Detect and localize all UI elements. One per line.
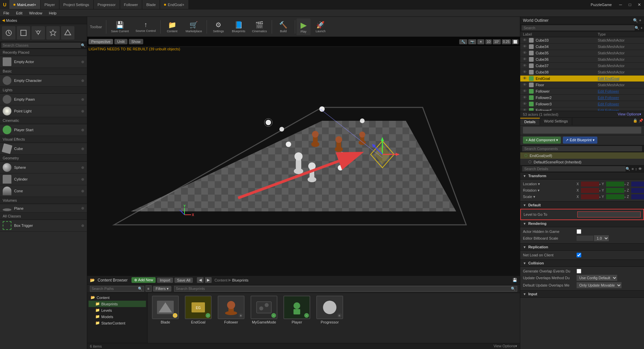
loc-x-arrow[interactable]: ▸ <box>599 183 601 186</box>
asset-endgoal[interactable]: EG ✓ EndGoal <box>183 296 213 324</box>
add-new-button[interactable]: ⊕ Add New <box>131 277 156 283</box>
save-icon-button[interactable]: 💾 <box>513 278 517 282</box>
place-basic[interactable] <box>17 26 30 40</box>
tab-mainlevel[interactable]: MainLevel+ <box>9 0 41 9</box>
outliner-options-button[interactable]: + <box>641 26 643 30</box>
import-button[interactable]: Import <box>157 278 173 283</box>
rot-y-input[interactable]: 0.0° <box>606 188 624 193</box>
save-all-button[interactable]: Save All <box>174 278 193 283</box>
tree-models[interactable]: 📁 Models <box>89 313 146 320</box>
rot-x-input[interactable]: 0.0° <box>581 188 599 193</box>
outliner-row-follower4[interactable]: 👁 Follower4 Edit Follower <box>520 107 644 111</box>
menu-edit[interactable]: Edit <box>13 9 26 16</box>
rot-z-input[interactable]: 0.0° <box>631 188 644 193</box>
snap-scale-input[interactable]: 0.25 <box>502 39 511 44</box>
details-list-view[interactable]: ≡ <box>632 167 634 171</box>
tab-project-settings[interactable]: Project Settings <box>59 0 94 9</box>
viewport-maximize[interactable]: ⬜ <box>512 39 519 44</box>
component-default-scene-root[interactable]: ⬡ DefaultSceneRoot (Inherited) <box>520 159 644 165</box>
item-point-light[interactable]: Point Light ⊕ <box>0 105 87 117</box>
billboard-scale-dropdown[interactable]: 1.0 <box>594 235 609 241</box>
category-recently-placed[interactable]: Recently Placed <box>0 49 87 56</box>
content-button[interactable]: 📁 Content <box>162 19 182 34</box>
add-component-button[interactable]: + Add Component ▾ <box>523 137 561 144</box>
close-button[interactable]: ✕ <box>635 0 644 9</box>
input-section-header[interactable]: ▼ Input <box>520 291 644 298</box>
net-load-checkbox[interactable] <box>577 253 581 257</box>
asset-progressor[interactable]: B Progressor <box>315 296 345 324</box>
item-player-start[interactable]: Player Start ⊕ <box>0 124 87 136</box>
tab-progressor[interactable]: Progressor <box>94 0 120 9</box>
item-cylinder[interactable]: Cylinder ⊕ <box>0 173 87 185</box>
loc-y-input[interactable]: 300.0 <box>606 182 624 187</box>
loc-y-arrow[interactable]: ▸ <box>625 183 626 186</box>
item-plane[interactable]: Plane ⊕ <box>0 204 87 213</box>
outliner-row-cube34[interactable]: 👁 Cube34 StaticMeshActor <box>520 44 644 50</box>
outliner-row-cube38[interactable]: 👁 Cube38 StaticMeshActor <box>520 69 644 76</box>
details-tab-world-settings[interactable]: World Settings <box>540 118 572 125</box>
category-cinematic[interactable]: Cinematic <box>0 117 87 124</box>
level-to-go-input[interactable]: None <box>577 211 641 217</box>
tree-toggle-button[interactable]: ≡ <box>146 286 152 292</box>
asset-player[interactable]: + Player <box>282 296 312 324</box>
item-cube[interactable]: Cube ⊕ <box>0 143 87 155</box>
asset-mygamemode[interactable]: + MyGameMode <box>249 296 279 324</box>
filters-button[interactable]: Filters ▾ <box>153 286 171 292</box>
tree-content[interactable]: 📂 Content <box>89 294 146 301</box>
lit-mode-button[interactable]: Unlit <box>114 39 127 44</box>
default-section-header[interactable]: ▼ Default <box>520 202 644 209</box>
outliner-row-cube35[interactable]: 👁 Cube35 StaticMeshActor <box>520 50 644 56</box>
blueprints-button[interactable]: 📘 Blueprints <box>228 19 249 34</box>
outliner-add-button[interactable]: + <box>639 18 641 23</box>
search-blueprints-input[interactable] <box>176 287 511 291</box>
show-button[interactable]: Show <box>129 39 144 44</box>
actor-hidden-checkbox[interactable] <box>577 229 581 234</box>
scale-y-input[interactable]: 1.0 <box>606 194 624 199</box>
rot-y-arrow[interactable]: ▸ <box>625 189 626 192</box>
maximize-button[interactable]: □ <box>625 0 635 9</box>
update-overlaps-select[interactable]: Use Config Default <box>577 275 617 281</box>
menu-window[interactable]: Window <box>26 9 46 16</box>
settings-button[interactable]: ⚙ Settings <box>208 19 228 34</box>
build-button[interactable]: 🔨 Build <box>273 19 293 34</box>
outliner-row-cube36[interactable]: 👁 Cube36 StaticMeshActor <box>520 56 644 63</box>
search-details-input[interactable] <box>522 166 626 171</box>
launch-button[interactable]: 🚀 Launch <box>311 19 331 34</box>
collision-section-header[interactable]: ▼ Collision <box>520 260 644 267</box>
outliner-row-follower3[interactable]: 👁 Follower3 Edit Follower <box>520 101 644 107</box>
minimize-button[interactable]: ─ <box>616 0 625 9</box>
source-control-button[interactable]: ↑ Source Control <box>132 19 159 34</box>
cinematics-button[interactable]: 🎬 Cinematics <box>249 19 270 34</box>
tab-player[interactable]: Player <box>41 0 59 9</box>
viewport[interactable]: Perspective Unlit Show 🔧 📷 ☀ 10 10° 0.25… <box>87 37 520 275</box>
loc-x-input[interactable]: -300.0 <box>581 182 599 187</box>
billboard-scale-input[interactable]: 1.0 <box>577 236 593 241</box>
category-lights[interactable]: Lights <box>0 87 87 94</box>
category-volumes[interactable]: Volumes <box>0 197 87 204</box>
item-empty-actor[interactable]: Empty Actor ⊕ <box>0 56 87 68</box>
item-box-trigger[interactable]: Box Trigger ⊕ <box>0 220 87 232</box>
rot-x-arrow[interactable]: ▸ <box>599 189 601 192</box>
viewport-scene[interactable]: X Y <box>87 47 520 275</box>
outliner-row-floor[interactable]: 👁 Floor StaticMeshActor <box>520 82 644 88</box>
viewport-options-1[interactable]: 🔧 <box>459 39 467 44</box>
scale-x-input[interactable]: 1.0 <box>581 194 599 199</box>
component-endgoal-self[interactable]: ⬡ EndGoal(self) <box>520 152 644 159</box>
generate-overlap-checkbox[interactable] <box>577 269 581 273</box>
place-geometry[interactable] <box>61 26 74 40</box>
category-geometry[interactable]: Geometry <box>0 155 87 162</box>
loc-z-input[interactable]: 0.0 <box>631 182 644 187</box>
transform-section-header[interactable]: ▼ Transform <box>520 172 644 180</box>
outliner-row-follower2[interactable]: 👁 Follower2 Edit Follower <box>520 95 644 101</box>
category-all-classes[interactable]: All Classes <box>0 213 87 220</box>
search-components-input[interactable] <box>522 146 642 151</box>
outliner-row-cube37[interactable]: 👁 Cube37 StaticMeshActor <box>520 63 644 69</box>
rendering-section-header[interactable]: ▼ Rendering <box>520 220 644 227</box>
grid-size-input[interactable]: 10 <box>485 39 492 44</box>
details-lock-icon[interactable]: 🔒 <box>633 118 638 124</box>
breadcrumb-blueprints[interactable]: Blueprints <box>232 278 249 282</box>
item-cone[interactable]: Cone ⊕ <box>0 185 87 197</box>
details-expand-button[interactable]: ↕ <box>635 167 637 171</box>
category-basic[interactable]: Basic <box>0 68 87 75</box>
outliner-row-endgoal[interactable]: 👁 EndGoal Edit EndGoal <box>520 76 644 82</box>
